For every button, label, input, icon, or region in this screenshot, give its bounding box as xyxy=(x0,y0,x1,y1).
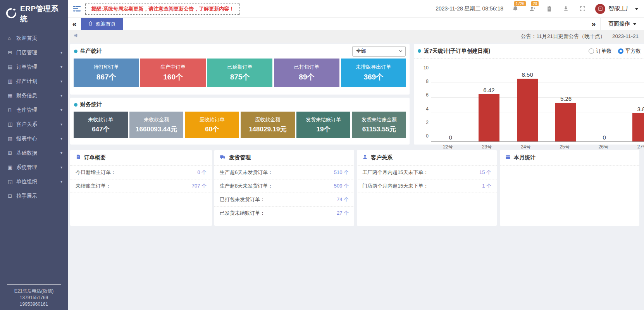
weekly-chart-panel: 近7天统计(子订单创建日期) 订单数 平方数 xyxy=(414,44,644,145)
bar-slot: 6.42 xyxy=(470,87,508,141)
stat-card-label: 已打包订单 xyxy=(294,64,319,71)
sidebar-item[interactable]: ▧ 报表中心 ▾ xyxy=(0,131,68,146)
stat-value-link[interactable]: 1 个 xyxy=(482,183,491,189)
panel-title: 发货管理 xyxy=(229,154,251,161)
stat-value-link[interactable]: 0 个 xyxy=(197,169,207,176)
sidebar-item[interactable]: ⊞ 基础数据 ▾ xyxy=(0,146,68,160)
stat-label: 已发货未结账订单： xyxy=(220,210,265,217)
chart-yaxis: 1086420 xyxy=(418,65,431,139)
chart-metric-radios: 订单数 平方数 xyxy=(589,48,641,55)
sidebar-item-icon: ⊟ xyxy=(8,50,16,55)
sidebar-item-label: 客户关系 xyxy=(16,121,60,128)
sidebar-item-icon: ◱ xyxy=(8,179,16,184)
finance-stats-panel: 财务统计 未收款订单 647个 未收款金额 1660093.44元 应收款 xyxy=(70,98,410,145)
fullscreen-icon[interactable] xyxy=(579,5,586,12)
stat-value-link[interactable]: 707 个 xyxy=(192,183,207,189)
sidebar-item[interactable]: ⌂ 欢迎首页 xyxy=(0,31,68,45)
erp-dashboard: ERP管理系统 ⌂ 欢迎首页 ⊟ 门店管理 ▾ ▤ 订单管理 xyxy=(0,0,644,310)
stat-card[interactable]: 发货未结账金额 61153.55元 xyxy=(352,112,406,138)
customer-relations-panel: 客户关系 工厂两个月内超15天未下单： 15 个 门店两个月内超15天未下单： … xyxy=(357,150,497,226)
stat-label: 今日新增主订单： xyxy=(76,169,116,176)
stat-card[interactable]: 已打包订单 89个 xyxy=(274,59,339,87)
stat-card[interactable]: 未收款订单 647个 xyxy=(74,112,128,138)
sidebar-item-icon: ▥ xyxy=(8,78,16,84)
bar-slot: 0 xyxy=(431,134,470,141)
production-filter-value: 全部 xyxy=(356,48,366,55)
announcement-bar: 公告：11月21日更新公告（晚十点） 2023-11-21 xyxy=(68,30,644,43)
stat-card[interactable]: 已延期订单 875个 xyxy=(207,59,272,87)
stat-card-label: 未排版导出订单 xyxy=(356,64,391,71)
sidebar-item[interactable]: ▤ 订单管理 ▾ xyxy=(0,60,68,74)
sidebar-item[interactable]: ⊓ 仓库管理 ▾ xyxy=(0,103,68,117)
chart-bar[interactable] xyxy=(517,79,538,141)
sidebar-item-icon: ⊡ xyxy=(8,193,16,199)
stat-card[interactable]: 应收款金额 148029.19元 xyxy=(241,112,295,138)
document-icon xyxy=(76,154,81,161)
monthly-stats-panel: 本月统计 xyxy=(500,150,639,226)
logo-swoosh-icon xyxy=(5,7,17,21)
sidebar-item[interactable]: ▦ 财务信息 ▾ xyxy=(0,88,68,103)
collapse-menu-icon[interactable] xyxy=(72,4,81,13)
message-user-icon[interactable]: 20 xyxy=(529,5,536,12)
stat-card-value: 867个 xyxy=(96,72,116,82)
stat-value-link[interactable]: 74 个 xyxy=(337,196,349,203)
x-tick-label: 23号 xyxy=(467,142,506,150)
announcement-link[interactable]: 公告：11月21日更新公告（晚十点） xyxy=(521,33,605,40)
sidebar-item-label: 订单管理 xyxy=(16,64,60,71)
page-actions-menu[interactable]: 页面操作 xyxy=(600,18,644,30)
message-badge: 20 xyxy=(531,1,539,6)
chart-bar[interactable] xyxy=(479,94,499,141)
order-summary-rows: 今日新增主订单： 0 个 未结账主订单： 707 个 xyxy=(70,166,212,193)
chart-bar[interactable] xyxy=(555,103,576,141)
page-actions-label: 页面操作 xyxy=(608,21,630,28)
bar-slot: 8.50 xyxy=(508,71,547,141)
sidebar-item[interactable]: ⊡ 拉手展示 xyxy=(0,189,68,203)
stat-card[interactable]: 待打印订单 867个 xyxy=(74,59,139,87)
account-menu[interactable]: 智能工厂 xyxy=(595,4,639,14)
stat-card[interactable]: 未收款金额 1660093.44元 xyxy=(129,112,184,138)
announcement-date: 2023-11-21 xyxy=(612,33,639,39)
stat-card-value: 369个 xyxy=(363,72,383,82)
stat-label: 生产超8天未发货订单： xyxy=(220,183,273,189)
shipping-rows: 生产超6天未发货订单： 510 个 生产超8天未发货订单： 509 个 已打包未… xyxy=(214,166,354,220)
support-label: E21售后电话(微信) xyxy=(0,288,68,294)
y-tick-label: 10 xyxy=(424,65,429,71)
sidebar-item[interactable]: ◫ 客户关系 ▾ xyxy=(0,117,68,131)
stat-label: 生产超6天未发货订单： xyxy=(220,169,273,176)
tab-welcome-home[interactable]: 欢迎首页 xyxy=(81,18,123,30)
stat-value-link[interactable]: 509 个 xyxy=(334,183,349,189)
avatar xyxy=(595,4,605,14)
stat-label: 已打包未发货订单： xyxy=(220,196,265,203)
chevron-down-icon: ▾ xyxy=(60,50,62,55)
x-tick-label: 25号 xyxy=(545,142,584,150)
clipboard-icon[interactable] xyxy=(546,5,553,12)
section-bullet-icon xyxy=(74,103,77,107)
sidebar-item-label: 仓库管理 xyxy=(16,107,60,114)
metric-radio[interactable]: 订单数 xyxy=(589,48,612,55)
stat-value-link[interactable]: 15 个 xyxy=(479,169,491,176)
sidebar-item[interactable]: ⊟ 门店管理 ▾ xyxy=(0,45,68,60)
chevron-down-icon: ▾ xyxy=(60,151,62,155)
notification-bell-icon[interactable]: 1726 xyxy=(512,5,519,12)
shipping-panel: 发货管理 生产超6天未发货订单： 510 个 生产超8天未发货订单： 509 个 xyxy=(214,150,354,226)
metric-radio[interactable]: 平方数 xyxy=(618,48,641,55)
sidebar-item[interactable]: ▣ 系统管理 ▾ xyxy=(0,160,68,174)
x-tick-label: 26号 xyxy=(584,142,623,150)
tabs-scroll-left[interactable]: « xyxy=(68,18,81,30)
stat-value-link[interactable]: 27 个 xyxy=(337,210,349,217)
sidebar-item[interactable]: ◱ 单位组织 ▾ xyxy=(0,174,68,189)
chart-bar[interactable] xyxy=(632,113,644,141)
stat-card[interactable]: 未排版导出订单 369个 xyxy=(341,59,406,87)
stat-value-link[interactable]: 510 个 xyxy=(334,169,349,176)
customer-rows: 工厂两个月内超15天未下单： 15 个 门店两个月内超15天未下单： 1 个 xyxy=(357,166,497,193)
stat-card[interactable]: 生产中订单 160个 xyxy=(140,59,205,87)
production-filter-select[interactable]: 全部 xyxy=(352,46,406,57)
sidebar-item[interactable]: ▥ 排产计划 ▾ xyxy=(0,74,68,88)
stat-card[interactable]: 发货未结账订单 19个 xyxy=(296,112,351,138)
sidebar-menu: ⌂ 欢迎首页 ⊟ 门店管理 ▾ ▤ 订单管理 ▾ ▥ xyxy=(0,29,68,203)
sidebar-item-icon: ⊓ xyxy=(8,107,16,113)
tabs-scroll-right[interactable]: » xyxy=(587,18,600,30)
download-icon[interactable] xyxy=(563,5,569,12)
stat-card[interactable]: 应收款订单 60个 xyxy=(185,112,239,138)
stat-row: 今日新增主订单： 0 个 xyxy=(70,166,212,179)
